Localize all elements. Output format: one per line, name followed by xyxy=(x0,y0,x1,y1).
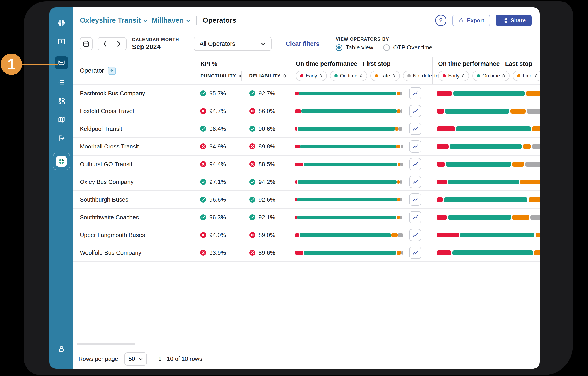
legend-pill-early[interactable]: Early xyxy=(438,71,469,81)
first-stop-cell xyxy=(290,247,432,259)
sidebar-item-list[interactable] xyxy=(57,78,65,87)
last-stop-cell xyxy=(432,144,540,149)
last-stop-otp-bar xyxy=(437,180,540,184)
late-segment xyxy=(397,216,399,219)
on_time-segment xyxy=(297,198,397,201)
late-segment xyxy=(398,163,400,166)
calendar-month-value: Sep 2024 xyxy=(132,43,179,51)
legend-pill-late[interactable]: Late xyxy=(513,71,540,81)
late-segment xyxy=(536,233,540,237)
table-row[interactable]: Foxfold Cross Travel94.7%86.0% xyxy=(74,102,540,120)
not_detected-segment xyxy=(532,144,540,149)
operator-name: Keldpool Transit xyxy=(80,125,192,132)
last-stop-cell xyxy=(432,91,540,96)
sidebar-item-operators[interactable] xyxy=(55,56,68,69)
reliability-value: 92.7% xyxy=(259,90,275,97)
main-content: Oxleyshire Transit Millhaven Operators ? xyxy=(74,8,540,368)
punctuality-value: 95.7% xyxy=(209,90,226,97)
operator-filter-select[interactable]: All Operators xyxy=(194,37,272,51)
legend-pill-early[interactable]: Early xyxy=(296,71,327,81)
trend-line-icon xyxy=(412,91,418,96)
trend-chart-button[interactable] xyxy=(409,247,421,259)
late-segment xyxy=(532,126,540,131)
late-segment xyxy=(397,198,400,201)
sidebar-item-map[interactable] xyxy=(57,116,65,124)
last-stop-cell xyxy=(432,109,540,113)
trend-chart-button[interactable] xyxy=(409,211,421,223)
table-row[interactable]: Eastbrook Bus Company95.7%92.7% xyxy=(74,85,540,102)
previous-month-button[interactable] xyxy=(98,38,112,50)
reliability-value: 86.0% xyxy=(259,108,275,115)
early-segment xyxy=(437,162,445,167)
lock-icon[interactable] xyxy=(57,345,65,354)
breadcrumb-region[interactable]: Millhaven xyxy=(152,16,190,24)
export-button[interactable]: Export xyxy=(452,14,490,26)
trend-chart-button[interactable] xyxy=(409,123,421,135)
fail-x-icon xyxy=(200,232,206,238)
rows-per-page-select[interactable]: 50 xyxy=(125,352,147,365)
next-month-button[interactable] xyxy=(112,38,126,50)
sidebar-item-analytics[interactable] xyxy=(57,37,65,46)
filters-toolbar: CALENDAR MONTH Sep 2024 All Operators Cl… xyxy=(74,31,540,57)
not_detected-segment xyxy=(530,215,540,220)
trend-chart-button[interactable] xyxy=(409,158,421,170)
trend-chart-button[interactable] xyxy=(409,193,421,206)
sort-ascending-button[interactable] xyxy=(108,67,116,75)
chevron-left-icon xyxy=(103,41,107,47)
table-row[interactable]: Southburgh Buses96.6%92.6% xyxy=(74,191,540,209)
reliability-value: 90.6% xyxy=(259,125,275,132)
reliability-value: 88.5% xyxy=(259,161,275,168)
late-segment xyxy=(523,144,531,149)
on_time-segment xyxy=(301,110,397,113)
sidebar-item-partner-app[interactable] xyxy=(53,153,70,170)
punctuality-sort[interactable]: PUNCTUALITY xyxy=(192,73,241,78)
trend-chart-button[interactable] xyxy=(409,105,421,117)
share-button[interactable]: Share xyxy=(496,14,532,26)
table-row[interactable]: Moorhall Cross Transit94.9%89.8% xyxy=(74,138,540,155)
radio-otp-over-time[interactable]: OTP Over time xyxy=(383,44,432,51)
reliability-sort[interactable]: RELIABILITY xyxy=(241,71,290,81)
radio-table-view[interactable]: Table view xyxy=(336,44,373,51)
sidebar-item-categories[interactable] xyxy=(57,97,65,105)
on_time-segment xyxy=(448,215,511,220)
reliability-value-cell: 92.7% xyxy=(241,90,290,97)
table-row[interactable]: Oulhurst GO Transit94.4%88.5% xyxy=(74,155,540,173)
reliability-value-cell: 89.0% xyxy=(241,232,290,239)
trend-chart-button[interactable] xyxy=(409,176,421,188)
calendar-button[interactable] xyxy=(80,37,93,50)
table-row[interactable]: Oxley Bus Company97.1%94.2% xyxy=(74,173,540,191)
legend-label: Early xyxy=(306,73,317,79)
trend-line-icon xyxy=(412,232,418,238)
table-body: Eastbrook Bus Company95.7%92.7%Foxfold C… xyxy=(74,85,540,262)
rows-per-page-value: 50 xyxy=(129,355,135,362)
table-row[interactable]: Keldpool Transit96.4%90.6% xyxy=(74,120,540,138)
last-stop-otp-bar xyxy=(437,197,540,202)
legend-pill-late[interactable]: Late xyxy=(370,71,400,81)
trend-chart-button[interactable] xyxy=(409,140,421,153)
legend-pill-on_time[interactable]: On time xyxy=(330,71,367,81)
operator-column-header: Operator xyxy=(80,57,192,84)
on_time-segment xyxy=(444,197,527,202)
early-segment xyxy=(437,144,449,149)
help-button[interactable]: ? xyxy=(435,15,447,26)
not_detected-segment xyxy=(400,110,402,113)
table-footer: Rows per page 50 1 - 10 of 10 rows xyxy=(74,343,540,368)
horizontal-scrollbar[interactable] xyxy=(77,343,135,345)
early-segment xyxy=(295,251,303,254)
reliability-value-cell: 89.8% xyxy=(241,143,290,150)
trend-chart-button[interactable] xyxy=(409,229,421,241)
table-row[interactable]: Upper Langmouth Buses94.0%89.0% xyxy=(74,226,540,244)
sidebar-item-logout[interactable] xyxy=(57,134,65,142)
legend-pill-on_time[interactable]: On time xyxy=(472,71,510,81)
on_time-segment xyxy=(445,109,509,113)
sort-icon xyxy=(535,74,538,78)
early-segment xyxy=(295,163,303,166)
table-row[interactable]: Woolfold Bus Company93.9%89.6% xyxy=(74,244,540,262)
first-stop-otp-bar xyxy=(295,127,402,131)
trend-chart-button[interactable] xyxy=(409,87,421,100)
table-row[interactable]: Souththwaite Coaches96.3%92.1% xyxy=(74,209,540,226)
sort-icon xyxy=(283,74,286,78)
breadcrumb-network[interactable]: Oxleyshire Transit xyxy=(80,16,148,24)
screenshot-canvas: Oxleyshire Transit Millhaven Operators ? xyxy=(0,0,588,376)
clear-filters-link[interactable]: Clear filters xyxy=(286,40,319,47)
